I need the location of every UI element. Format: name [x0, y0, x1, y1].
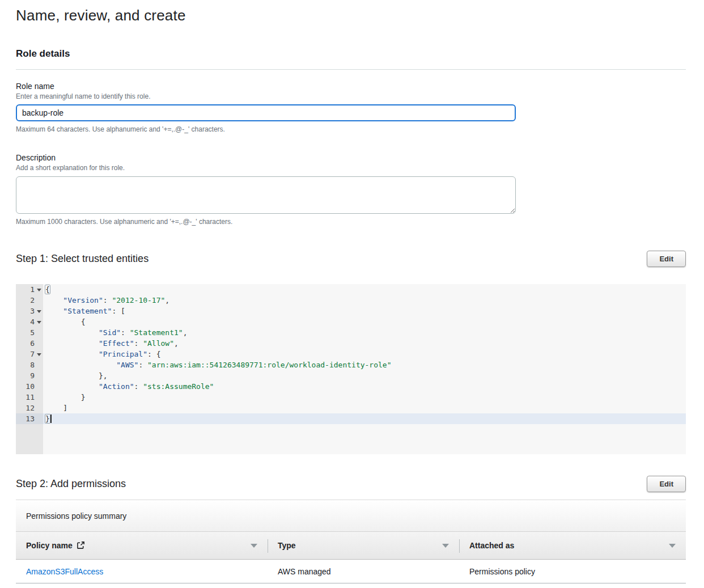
editor-code-text: "Principal": { [43, 349, 686, 359]
editor-line-number: 5 [16, 327, 43, 338]
editor-code-text: { [43, 316, 686, 327]
editor-line-number: 6 [16, 338, 43, 349]
description-help: Add a short explanation for this role. [16, 164, 686, 172]
text-cursor [50, 414, 52, 423]
editor-line-number: 11 [16, 392, 43, 403]
editor-line-number: 7 [16, 349, 43, 359]
editor-line[interactable]: 10 "Action": "sts:AssumeRole" [16, 381, 686, 392]
page-container: Name, review, and create Role details Ro… [0, 0, 704, 583]
step1-heading: Step 1: Select trusted entities [16, 253, 149, 265]
code-fold-icon[interactable] [37, 321, 41, 324]
editor-line-number: 12 [16, 403, 43, 413]
editor-line[interactable]: 9 }, [16, 370, 686, 381]
editor-line-number: 9 [16, 370, 43, 381]
step2-heading: Step 2: Add permissions [16, 478, 126, 490]
editor-code-text: "Version": "2012-10-17", [43, 295, 686, 306]
editor-line-number: 10 [16, 381, 43, 392]
role-name-label: Role name [16, 82, 686, 91]
editor-code-text: "Statement": [ [43, 306, 686, 316]
role-name-help: Enter a meaningful name to identify this… [16, 92, 686, 100]
editor-line[interactable]: 13} [16, 413, 686, 424]
step1-header-row: Step 1: Select trusted entities Edit [16, 251, 686, 267]
editor-line[interactable]: 12 ] [16, 403, 686, 413]
editor-code-text: "Sid": "Statement1", [43, 327, 686, 338]
code-fold-icon[interactable] [37, 353, 41, 356]
table-row: AmazonS3FullAccess AWS managed Permissio… [16, 560, 686, 583]
editor-code-text: }, [43, 370, 686, 381]
type-cell: AWS managed [268, 567, 459, 576]
editor-code-text: } [43, 392, 686, 403]
editor-line[interactable]: 11 } [16, 392, 686, 403]
description-label: Description [16, 153, 686, 162]
role-name-constraint: Maximum 64 characters. Use alphanumeric … [16, 125, 686, 133]
role-name-input[interactable] [16, 104, 516, 121]
permissions-summary-panel: Permissions policy summary [16, 500, 686, 531]
trust-policy-editor[interactable]: 1{2 "Version": "2012-10-17",3 "Statement… [16, 284, 686, 454]
editor-line[interactable]: 3 "Statement": [ [16, 306, 686, 316]
editor-line-number: 8 [16, 359, 43, 370]
editor-code-text: ] [43, 403, 686, 413]
editor-code-text: } [43, 413, 686, 424]
editor-line[interactable]: 8 "AWS": "arn:aws:iam::541263489771:role… [16, 359, 686, 370]
editor-code-text: "AWS": "arn:aws:iam::541263489771:role/w… [43, 359, 686, 370]
editor-line-number: 13 [16, 413, 43, 424]
editor-code-text: "Effect": "Allow", [43, 338, 686, 349]
step2-edit-button[interactable]: Edit [647, 476, 686, 492]
description-textarea[interactable] [16, 176, 516, 214]
policy-name-header-label: Policy name [26, 541, 73, 550]
editor-line[interactable]: 7 "Principal": { [16, 349, 686, 359]
editor-line[interactable]: 6 "Effect": "Allow", [16, 338, 686, 349]
editor-line-number: 1 [16, 284, 43, 295]
attached-as-header-label: Attached as [469, 541, 514, 550]
editor-line-number: 4 [16, 316, 43, 327]
editor-line-number: 2 [16, 295, 43, 306]
step1-edit-button[interactable]: Edit [647, 251, 686, 267]
editor-line-number: 3 [16, 306, 43, 316]
code-fold-icon[interactable] [37, 310, 41, 313]
role-details-heading: Role details [16, 48, 686, 60]
policy-name-cell: AmazonS3FullAccess [16, 567, 268, 576]
editor-line[interactable]: 1{ [16, 284, 686, 295]
attached-as-cell: Permissions policy [459, 567, 686, 576]
code-fold-icon[interactable] [37, 289, 41, 291]
column-header-policy-name[interactable]: Policy name [16, 532, 268, 559]
description-constraint: Maximum 1000 characters. Use alphanumeri… [16, 218, 686, 226]
policy-link[interactable]: AmazonS3FullAccess [26, 567, 103, 576]
editor-line[interactable]: 4 { [16, 316, 686, 327]
permissions-summary-title: Permissions policy summary [26, 511, 126, 521]
section-divider [16, 69, 686, 70]
policy-name-filter-icon[interactable] [251, 544, 257, 548]
step2-header-row: Step 2: Add permissions Edit [16, 476, 686, 492]
editor-code-text: "Action": "sts:AssumeRole" [43, 381, 686, 392]
editor-line[interactable]: 5 "Sid": "Statement1", [16, 327, 686, 338]
column-header-attached-as[interactable]: Attached as [459, 532, 686, 559]
column-header-type[interactable]: Type [268, 532, 459, 559]
page-title: Name, review, and create [16, 0, 686, 24]
attached-as-filter-icon[interactable] [669, 544, 676, 548]
type-filter-icon[interactable] [442, 544, 449, 548]
external-link-icon [77, 541, 85, 551]
type-header-label: Type [278, 541, 296, 550]
permissions-table-header: Policy name Type Attached as [16, 531, 686, 560]
editor-code-text: { [43, 284, 686, 295]
editor-line[interactable]: 2 "Version": "2012-10-17", [16, 295, 686, 306]
